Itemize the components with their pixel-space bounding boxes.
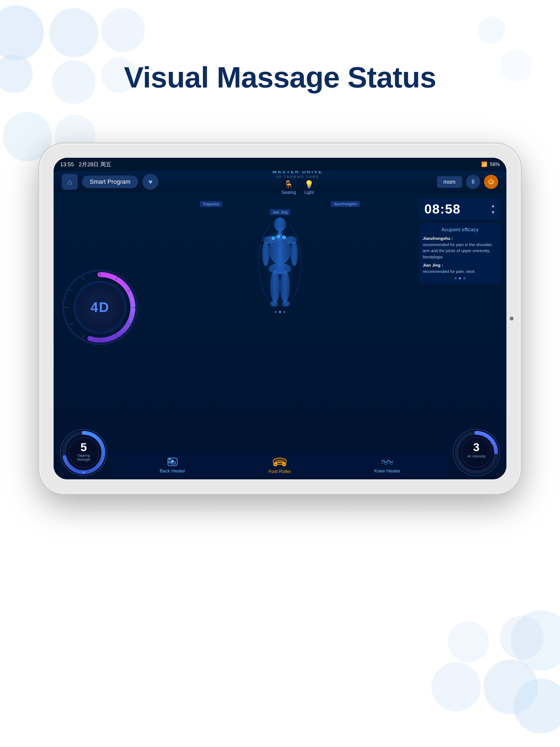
svg-point-28 [282,301,290,307]
heart-icon: ♥ [148,178,152,186]
top-section: 4D Trapezius Jianzhongshu Jian Jing [54,193,506,419]
air-dial[interactable]: 3 Air Intensity [452,428,501,477]
info-dot-2 [459,277,461,279]
body-area: Trapezius Jianzhongshu Jian Jing [146,198,414,416]
status-right: 📶 56% [481,161,500,168]
svg-point-34 [282,235,286,239]
svg-text:Tapping: Tapping [77,453,90,458]
info-panel: 08:58 ▲ ▼ Acupoint efficacy [419,198,501,416]
status-date: 2月28日 周五 [79,161,111,168]
tapping-dial-svg: 5 Tapping Strength [59,428,108,477]
light-icon: 💡 [304,180,314,189]
info-dot-1 [455,277,457,279]
status-time: 13:55 [60,161,74,168]
footer-knee-heater[interactable]: Knee Heater [374,456,400,474]
timer-controls[interactable]: ▲ ▼ [490,203,495,215]
page-indicator [275,310,285,314]
acupoint-desc-2: recommended for pain, neck [423,269,475,274]
svg-point-25 [270,270,280,303]
page-wrapper: Visual Massage Status 13:55 2月28日 周五 📶 5… [0,0,560,747]
timer-down[interactable]: ▼ [490,210,495,215]
power-icon: ⏻ [488,178,494,185]
knee-heater-icon [380,456,394,467]
favorite-button[interactable]: ♥ [143,174,158,190]
page-dot-1 [275,311,277,313]
svg-text:Air Intensity: Air Intensity [467,454,486,458]
dial-value: 4D [91,300,110,315]
app-header: ⌂ Smart Program ♥ MASTER DRIVE 4 [54,171,506,193]
nav-seating[interactable]: 🪑 Seating [281,180,296,195]
dial-inner: 4D [74,281,126,333]
profile-label: mom [443,179,456,185]
svg-point-26 [280,270,290,303]
home-button[interactable]: ⌂ [62,174,78,190]
smart-program-button[interactable]: Smart Program [82,176,138,188]
svg-point-32 [277,235,281,238]
nav-light[interactable]: 💡 Light [304,180,314,195]
app-content: 4D Trapezius Jianzhongshu Jian Jing [54,193,506,479]
svg-point-24 [269,263,291,274]
battery-indicator: 56% [490,162,500,168]
header-left: ⌂ Smart Program ♥ [62,174,158,190]
tablet-screen: 13:55 2月28日 周五 📶 56% ⌂ S [54,158,506,479]
light-label: Light [304,190,314,195]
seating-icon: 🪑 [284,180,294,189]
timer-up[interactable]: ▲ [490,203,495,209]
svg-text:5: 5 [80,441,87,454]
header-center: MASTER DRIVE 4D THERMO CARE 🪑 Seating 💡 [272,169,323,195]
profile-button[interactable]: mom [437,176,462,188]
svg-line-10 [69,323,73,325]
svg-point-46 [169,458,171,460]
acupoint-name-1: Jianzhongshu : [423,236,453,241]
foot-roller-icon [272,455,288,467]
timer-value: 08:58 [424,202,461,216]
brand-sub: 4D THERMO CARE [276,175,319,179]
header-right: mom ⏸ ⏻ [437,175,498,189]
acupoint-name-2: Jian Jing : [423,263,443,267]
svg-point-30 [271,236,275,240]
svg-point-62 [491,442,493,444]
seating-label: Seating [281,190,296,195]
svg-point-43 [82,471,85,473]
tablet-container: 13:55 2月28日 周五 📶 56% ⌂ S [40,144,520,493]
smart-program-label: Smart Program [90,178,130,185]
back-heater-icon [166,456,179,467]
svg-point-22 [262,241,270,266]
home-icon: ⌂ [68,178,72,186]
efficacy-text: Jianzhongshu : recommended for pain in t… [423,235,497,275]
svg-text:3: 3 [473,441,479,454]
page-dot-3 [283,311,285,313]
footer-foot-roller[interactable]: Foot Roller [268,455,291,474]
bottom-section: 5 Tapping Strength [54,419,506,479]
status-bar: 13:55 2月28日 周五 📶 56% [54,158,506,171]
jianjing-label: Jian Jing [270,209,290,215]
trapezius-label: Trapezius [200,201,222,207]
wifi-icon: 📶 [481,161,487,168]
main-dial[interactable]: 4D [62,269,138,345]
timer-display: 08:58 ▲ ▼ [419,198,501,220]
info-dot-3 [463,277,465,279]
footer-nav: Back Heater [113,453,447,477]
page-dot-2 [279,311,281,313]
main-dial-container: 4D [59,198,141,416]
svg-line-12 [69,289,73,292]
back-heater-label: Back Heater [160,468,185,474]
efficacy-title: Acupoint efficacy [423,227,497,233]
tapping-dial[interactable]: 5 Tapping Strength [59,428,108,477]
svg-line-13 [82,277,84,280]
svg-point-27 [270,301,278,307]
power-button[interactable]: ⏻ [484,175,498,189]
footer-back-heater[interactable]: Back Heater [160,456,185,474]
pause-button[interactable]: ⏸ [466,175,480,189]
jianzhongshu-label: Jianzhongshu [331,201,360,207]
pause-icon: ⏸ [470,178,476,185]
svg-line-9 [82,335,84,338]
efficacy-panel: Acupoint efficacy Jianzhongshu : recomme… [419,223,501,283]
body-figure [253,217,307,310]
svg-text:Strength: Strength [77,458,90,462]
tablet-camera [510,317,513,320]
air-dial-svg: 3 Air Intensity [452,428,501,477]
svg-point-17 [274,217,286,232]
page-title: Visual Massage Status [124,60,436,94]
acupoint-labels: Trapezius Jianzhongshu [146,201,414,207]
